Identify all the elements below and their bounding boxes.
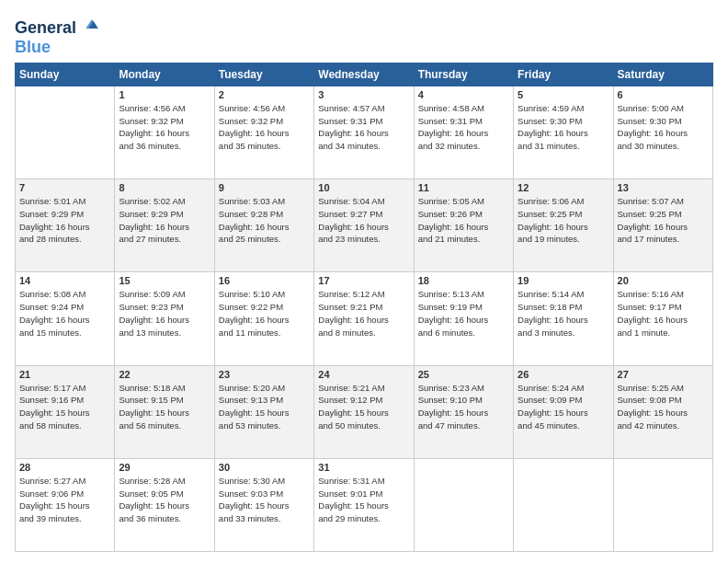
day-number: 13 <box>618 182 709 193</box>
day-number: 21 <box>19 369 110 380</box>
calendar-cell: 24Sunrise: 5:21 AM Sunset: 9:12 PM Dayli… <box>314 365 414 458</box>
day-info: Sunrise: 5:24 AM Sunset: 9:09 PM Dayligh… <box>518 382 609 432</box>
calendar-cell: 10Sunrise: 5:04 AM Sunset: 9:27 PM Dayli… <box>314 179 414 272</box>
day-number: 7 <box>19 182 110 193</box>
calendar-header: SundayMondayTuesdayWednesdayThursdayFrid… <box>16 63 713 86</box>
calendar-cell: 12Sunrise: 5:06 AM Sunset: 9:25 PM Dayli… <box>514 179 613 272</box>
calendar-cell: 6Sunrise: 5:00 AM Sunset: 9:30 PM Daylig… <box>613 86 712 178</box>
day-info: Sunrise: 5:02 AM Sunset: 9:29 PM Dayligh… <box>119 195 210 246</box>
day-info: Sunrise: 5:08 AM Sunset: 9:24 PM Dayligh… <box>19 288 110 339</box>
day-number: 15 <box>119 275 210 286</box>
day-info: Sunrise: 5:06 AM Sunset: 9:25 PM Dayligh… <box>518 195 609 246</box>
day-number: 8 <box>119 182 210 193</box>
day-number: 14 <box>19 275 110 286</box>
calendar-cell: 29Sunrise: 5:28 AM Sunset: 9:05 PM Dayli… <box>115 458 214 551</box>
day-info: Sunrise: 4:58 AM Sunset: 9:31 PM Dayligh… <box>418 102 509 153</box>
calendar-cell: 17Sunrise: 5:12 AM Sunset: 9:21 PM Dayli… <box>314 272 414 365</box>
day-info: Sunrise: 5:25 AM Sunset: 9:08 PM Dayligh… <box>618 382 709 432</box>
day-info: Sunrise: 4:56 AM Sunset: 9:32 PM Dayligh… <box>119 102 210 153</box>
calendar-body: 1Sunrise: 4:56 AM Sunset: 9:32 PM Daylig… <box>16 86 713 551</box>
logo: General Blue <box>15 15 101 57</box>
day-info: Sunrise: 5:23 AM Sunset: 9:10 PM Dayligh… <box>418 382 509 432</box>
logo-icon <box>83 15 101 33</box>
day-info: Sunrise: 5:10 AM Sunset: 9:22 PM Dayligh… <box>219 288 310 339</box>
calendar-table: SundayMondayTuesdayWednesdayThursdayFrid… <box>15 63 713 552</box>
calendar-cell: 21Sunrise: 5:17 AM Sunset: 9:16 PM Dayli… <box>16 365 115 458</box>
calendar-cell: 3Sunrise: 4:57 AM Sunset: 9:31 PM Daylig… <box>314 86 414 178</box>
week-row-3: 14Sunrise: 5:08 AM Sunset: 9:24 PM Dayli… <box>16 272 713 365</box>
calendar-cell: 18Sunrise: 5:13 AM Sunset: 9:19 PM Dayli… <box>414 272 513 365</box>
header: General Blue <box>15 11 713 57</box>
calendar-cell: 25Sunrise: 5:23 AM Sunset: 9:10 PM Dayli… <box>414 365 513 458</box>
calendar-cell: 2Sunrise: 4:56 AM Sunset: 9:32 PM Daylig… <box>214 86 313 178</box>
day-info: Sunrise: 5:28 AM Sunset: 9:05 PM Dayligh… <box>119 475 210 525</box>
calendar-cell <box>613 458 712 551</box>
calendar-page: General Blue SundayMondayTuesdayWednesda… <box>0 0 728 563</box>
calendar-cell: 28Sunrise: 5:27 AM Sunset: 9:06 PM Dayli… <box>16 458 115 551</box>
calendar-cell: 4Sunrise: 4:58 AM Sunset: 9:31 PM Daylig… <box>414 86 513 178</box>
day-info: Sunrise: 5:16 AM Sunset: 9:17 PM Dayligh… <box>618 288 709 339</box>
day-info: Sunrise: 5:20 AM Sunset: 9:13 PM Dayligh… <box>219 382 310 432</box>
day-info: Sunrise: 5:27 AM Sunset: 9:06 PM Dayligh… <box>19 475 110 525</box>
day-info: Sunrise: 5:21 AM Sunset: 9:12 PM Dayligh… <box>318 382 409 432</box>
week-row-2: 7Sunrise: 5:01 AM Sunset: 9:29 PM Daylig… <box>16 179 713 272</box>
day-number: 16 <box>219 275 310 286</box>
day-number: 10 <box>318 182 409 193</box>
day-info: Sunrise: 5:14 AM Sunset: 9:18 PM Dayligh… <box>518 288 609 339</box>
calendar-cell: 30Sunrise: 5:30 AM Sunset: 9:03 PM Dayli… <box>214 458 313 551</box>
calendar-cell <box>414 458 513 551</box>
weekday-header-monday: Monday <box>115 63 214 86</box>
weekday-row: SundayMondayTuesdayWednesdayThursdayFrid… <box>16 63 713 86</box>
day-info: Sunrise: 5:30 AM Sunset: 9:03 PM Dayligh… <box>219 475 310 525</box>
weekday-header-wednesday: Wednesday <box>314 63 414 86</box>
calendar-cell: 27Sunrise: 5:25 AM Sunset: 9:08 PM Dayli… <box>613 365 712 458</box>
day-number: 30 <box>219 462 310 473</box>
calendar-cell: 7Sunrise: 5:01 AM Sunset: 9:29 PM Daylig… <box>16 179 115 272</box>
calendar-cell: 15Sunrise: 5:09 AM Sunset: 9:23 PM Dayli… <box>115 272 214 365</box>
weekday-header-tuesday: Tuesday <box>214 63 313 86</box>
week-row-5: 28Sunrise: 5:27 AM Sunset: 9:06 PM Dayli… <box>16 458 713 551</box>
day-info: Sunrise: 5:18 AM Sunset: 9:15 PM Dayligh… <box>119 382 210 432</box>
logo-blue: Blue <box>15 38 51 57</box>
day-number: 23 <box>219 369 310 380</box>
logo-text: General <box>15 15 101 38</box>
weekday-header-sunday: Sunday <box>16 63 115 86</box>
day-number: 22 <box>119 369 210 380</box>
day-info: Sunrise: 5:13 AM Sunset: 9:19 PM Dayligh… <box>418 288 509 339</box>
day-number: 6 <box>618 89 709 100</box>
calendar-cell <box>16 86 115 178</box>
calendar-cell: 5Sunrise: 4:59 AM Sunset: 9:30 PM Daylig… <box>514 86 613 178</box>
day-number: 19 <box>518 275 609 286</box>
day-info: Sunrise: 5:05 AM Sunset: 9:26 PM Dayligh… <box>418 195 509 246</box>
day-info: Sunrise: 5:09 AM Sunset: 9:23 PM Dayligh… <box>119 288 210 339</box>
calendar-cell: 9Sunrise: 5:03 AM Sunset: 9:28 PM Daylig… <box>214 179 313 272</box>
day-number: 31 <box>318 462 409 473</box>
day-info: Sunrise: 5:00 AM Sunset: 9:30 PM Dayligh… <box>618 102 709 153</box>
weekday-header-friday: Friday <box>514 63 613 86</box>
day-number: 20 <box>618 275 709 286</box>
day-info: Sunrise: 5:31 AM Sunset: 9:01 PM Dayligh… <box>318 475 409 525</box>
week-row-1: 1Sunrise: 4:56 AM Sunset: 9:32 PM Daylig… <box>16 86 713 178</box>
calendar-cell: 8Sunrise: 5:02 AM Sunset: 9:29 PM Daylig… <box>115 179 214 272</box>
calendar-cell: 1Sunrise: 4:56 AM Sunset: 9:32 PM Daylig… <box>115 86 214 178</box>
day-info: Sunrise: 5:17 AM Sunset: 9:16 PM Dayligh… <box>19 382 110 432</box>
day-number: 24 <box>318 369 409 380</box>
day-number: 5 <box>518 89 609 100</box>
day-number: 4 <box>418 89 509 100</box>
calendar-cell: 13Sunrise: 5:07 AM Sunset: 9:25 PM Dayli… <box>613 179 712 272</box>
day-number: 12 <box>518 182 609 193</box>
day-number: 11 <box>418 182 509 193</box>
day-number: 2 <box>219 89 310 100</box>
day-number: 25 <box>418 369 509 380</box>
calendar-cell: 23Sunrise: 5:20 AM Sunset: 9:13 PM Dayli… <box>214 365 313 458</box>
day-info: Sunrise: 5:03 AM Sunset: 9:28 PM Dayligh… <box>219 195 310 246</box>
day-number: 17 <box>318 275 409 286</box>
day-number: 18 <box>418 275 509 286</box>
day-number: 3 <box>318 89 409 100</box>
day-info: Sunrise: 5:07 AM Sunset: 9:25 PM Dayligh… <box>618 195 709 246</box>
weekday-header-thursday: Thursday <box>414 63 513 86</box>
weekday-header-saturday: Saturday <box>613 63 712 86</box>
day-info: Sunrise: 4:56 AM Sunset: 9:32 PM Dayligh… <box>219 102 310 153</box>
calendar-cell: 22Sunrise: 5:18 AM Sunset: 9:15 PM Dayli… <box>115 365 214 458</box>
calendar-cell: 19Sunrise: 5:14 AM Sunset: 9:18 PM Dayli… <box>514 272 613 365</box>
